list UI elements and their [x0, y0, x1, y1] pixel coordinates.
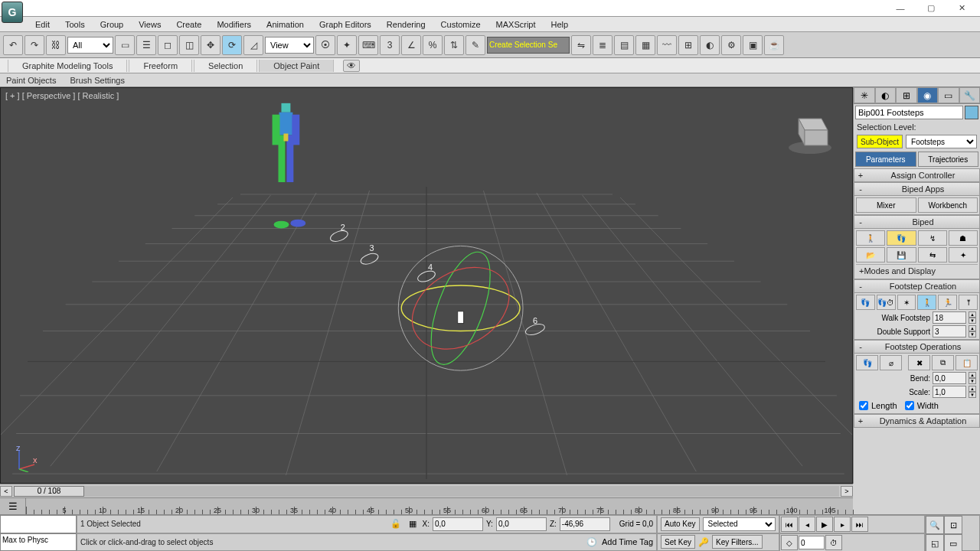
double-support-field[interactable]: 3 [933, 325, 966, 337]
y-field[interactable]: 0,0 [496, 517, 547, 531]
cmd-tab-hierarchy[interactable]: ⊞ [896, 87, 917, 103]
ribbon-sub-brushsettings[interactable]: Brush Settings [70, 76, 125, 85]
render-button[interactable]: ☕ [764, 35, 784, 55]
menu-animation[interactable]: Animation [259, 18, 312, 31]
rollout-biped-apps[interactable]: -Biped Apps [854, 182, 980, 196]
walk-gait-icon[interactable]: 🚶 [917, 295, 936, 310]
current-frame-field[interactable]: 0 [799, 536, 825, 549]
viewport[interactable]: [ + ] [ Perspective ] [ Realistic ] [0, 87, 853, 484]
keyfilter-combo[interactable]: Selected [703, 517, 776, 531]
biped-mixer-icon[interactable]: ☗ [949, 230, 978, 246]
cmd-tab-display[interactable]: ▭ [938, 87, 959, 103]
workbench-button[interactable]: Workbench [918, 197, 978, 213]
window-crossing-button[interactable]: ◫ [179, 35, 199, 55]
trackbar-ruler[interactable]: 5101520253035404550556065707580859095100… [26, 498, 853, 514]
paste-footsteps-icon[interactable]: 📋 [956, 355, 978, 370]
manage-layers-button[interactable]: ▦ [635, 35, 655, 55]
rollout-footstep-creation[interactable]: -Footstep Creation [854, 279, 980, 293]
select-by-name-button[interactable]: ☰ [136, 35, 156, 55]
minimize-button[interactable]: — [885, 1, 916, 16]
menu-edit[interactable]: Edit [28, 18, 57, 31]
play-button[interactable]: ▶ [816, 517, 833, 532]
curve-editor-button[interactable]: 〰 [657, 35, 677, 55]
menu-tools[interactable]: Tools [57, 18, 93, 31]
setkey-button[interactable]: Set Key [661, 535, 695, 549]
biped-move-all-icon[interactable]: ✦ [949, 247, 978, 262]
add-time-tag[interactable]: Add Time Tag [602, 537, 653, 546]
maximize-button[interactable]: ▢ [916, 1, 946, 16]
walk-footstep-field[interactable]: 18 [933, 311, 966, 324]
biped-footstep-mode-icon[interactable]: 👣 [887, 230, 916, 246]
object-name-field[interactable]: Bip001 Footsteps [855, 106, 963, 119]
key-mode-icon[interactable]: ◇ [781, 535, 798, 550]
percent-snap-button[interactable]: % [423, 35, 443, 55]
ref-coord-combo[interactable]: View [265, 37, 314, 54]
modes-display-label[interactable]: +Modes and Display [859, 266, 936, 276]
align-button[interactable]: ≣ [593, 35, 612, 55]
biped-load-icon[interactable]: 📂 [856, 247, 885, 262]
create-footsteps-append-icon[interactable]: 👣 [856, 295, 875, 310]
length-checkbox[interactable]: Length [859, 401, 897, 410]
schematic-view-button[interactable]: ⊞ [678, 35, 698, 55]
ribbon-toggle-icon[interactable]: 👁 [343, 60, 360, 72]
width-checkbox[interactable]: Width [905, 401, 939, 410]
menu-help[interactable]: Help [544, 18, 577, 31]
double-support-spinner[interactable]: ▲▼ [969, 325, 976, 337]
move-button[interactable]: ✥ [201, 35, 220, 55]
cmd-tab-motion[interactable]: ◉ [917, 87, 939, 103]
x-field[interactable]: 0,0 [433, 517, 483, 531]
bend-field[interactable]: 0,0 [933, 372, 966, 384]
ribbon-tab-graphite[interactable]: Graphite Modeling Tools [8, 60, 127, 72]
trajectories-pill[interactable]: Trajectories [918, 152, 979, 167]
create-footsteps-at-frame-icon[interactable]: 👣⏱ [877, 295, 896, 310]
angle-snap-button[interactable]: ∠ [401, 35, 421, 55]
z-field[interactable]: -46,96 [560, 517, 610, 531]
spinner-snap-button[interactable]: ⇅ [444, 35, 464, 55]
subobject-button[interactable]: Sub-Object [857, 135, 903, 148]
next-frame-button[interactable]: ▸ [834, 517, 851, 532]
menu-create[interactable]: Create [168, 18, 209, 31]
named-selection-set-combo[interactable]: Create Selection Se [487, 37, 570, 54]
biped-motionflow-icon[interactable]: ↯ [918, 230, 947, 246]
fov-icon[interactable]: ▭ [944, 534, 962, 551]
snap-3-button[interactable]: 3 [380, 35, 400, 55]
create-multiple-footsteps-icon[interactable]: ✶ [897, 295, 916, 310]
goto-end-button[interactable]: ⏭ [851, 517, 868, 532]
ribbon-tab-freeform[interactable]: Freeform [129, 60, 192, 72]
cmd-tab-modify[interactable]: ◐ [875, 87, 897, 103]
create-keys-icon[interactable]: 👣 [856, 355, 878, 370]
time-next-button[interactable]: > [841, 486, 853, 497]
parameters-pill[interactable]: Parameters [855, 152, 916, 167]
trackbar-prefs-icon[interactable]: ☰ [0, 498, 26, 514]
deactivate-footsteps-icon[interactable]: ⌀ [880, 355, 902, 370]
biped-save-icon[interactable]: 💾 [887, 247, 916, 262]
selection-filter-combo[interactable]: All [67, 37, 113, 54]
absolute-mode-icon[interactable]: ▦ [406, 517, 420, 531]
biped-convert-icon[interactable]: ⇆ [918, 247, 947, 262]
render-frame-button[interactable]: ▣ [743, 35, 763, 55]
zoom-icon[interactable]: 🔍 [926, 516, 944, 534]
menu-group[interactable]: Group [93, 18, 132, 31]
menu-views[interactable]: Views [131, 18, 168, 31]
rollout-footstep-operations[interactable]: -Footstep Operations [854, 340, 980, 354]
material-editor-button[interactable]: ◐ [700, 35, 720, 55]
time-tag-icon[interactable]: 🕒 [585, 535, 599, 549]
time-prev-button[interactable]: < [0, 486, 12, 497]
time-slider-thumb[interactable]: 0 / 108 [14, 486, 84, 497]
link-button[interactable]: ⛓ [46, 35, 66, 55]
rollout-dynamics[interactable]: +Dynamics & Adaptation [854, 414, 980, 428]
zoom-all-icon[interactable]: ⊡ [944, 516, 962, 534]
menu-modifiers[interactable]: Modifiers [209, 18, 259, 31]
biped-figure-mode-icon[interactable]: 🚶 [856, 230, 885, 246]
setkey-big-icon[interactable]: 🔑 [698, 537, 709, 547]
subobject-combo[interactable]: Footsteps [906, 135, 977, 148]
redo-button[interactable]: ↷ [24, 35, 44, 55]
mixer-button[interactable]: Mixer [856, 197, 916, 213]
time-config-button[interactable]: ⏱ [825, 535, 842, 550]
ribbon-tab-selection[interactable]: Selection [194, 60, 257, 72]
scale-spinner[interactable]: ▲▼ [969, 386, 976, 398]
rect-region-button[interactable]: ◻ [158, 35, 178, 55]
mirror-button[interactable]: ⇋ [571, 35, 591, 55]
menu-maxscript[interactable]: MAXScript [488, 18, 544, 31]
render-setup-button[interactable]: ⚙ [721, 35, 741, 55]
